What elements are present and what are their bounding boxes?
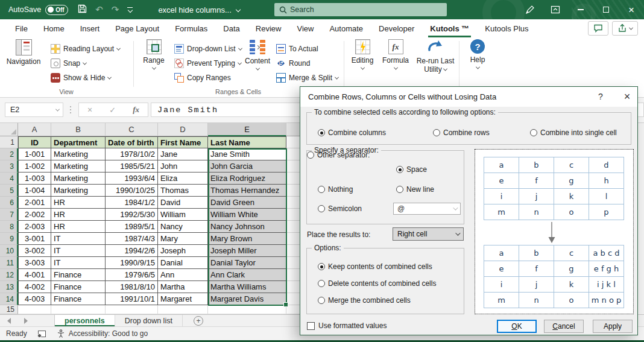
show-hide-button[interactable]: Show & Hide: [51, 71, 111, 84]
formula-button[interactable]: fx Formula: [380, 39, 411, 87]
cell-C2[interactable]: 1978/10/2: [106, 148, 158, 160]
cell-C1[interactable]: Date of birth: [106, 136, 158, 148]
cell-E2[interactable]: Jane Smith: [208, 148, 286, 160]
cell-D7[interactable]: William: [158, 209, 208, 221]
search-input[interactable]: Search: [274, 3, 447, 16]
save-icon[interactable]: [78, 4, 87, 16]
reading-layout-button[interactable]: Reading Layout: [51, 42, 120, 55]
cell-B9[interactable]: IT: [51, 233, 106, 245]
row-header-5[interactable]: 5: [0, 185, 18, 197]
cell-E1[interactable]: Last Name: [208, 136, 286, 148]
autosave-switch-icon[interactable]: Off: [45, 5, 68, 15]
column-header-B[interactable]: B: [51, 123, 106, 136]
combo-dropdown-icon[interactable]: [453, 205, 458, 210]
cell-B2[interactable]: Marketing: [51, 148, 106, 160]
share-button[interactable]: [612, 21, 638, 36]
cell-B13[interactable]: Finance: [51, 281, 106, 293]
cell-E5[interactable]: Thomas Hernandez: [208, 185, 286, 197]
cell-E14[interactable]: Margaret Davis: [208, 293, 286, 305]
name-box[interactable]: E2: [5, 103, 63, 117]
cell-A5[interactable]: 1-004: [18, 185, 51, 197]
cell-E8[interactable]: Nancy Johnson: [208, 221, 286, 233]
cell-B4[interactable]: Marketing: [51, 173, 106, 185]
round-button[interactable]: 5Round: [276, 57, 310, 70]
cell-D6[interactable]: David: [158, 197, 208, 209]
cell-D13[interactable]: Martha: [158, 281, 208, 293]
cell-B5[interactable]: Marketing: [51, 185, 106, 197]
cell-C14[interactable]: 1991/10/1: [106, 293, 158, 305]
radio-new-line[interactable]: New line: [396, 185, 434, 194]
tab-home[interactable]: Home: [36, 19, 72, 37]
place-results-dropdown[interactable]: Right cell: [393, 227, 464, 241]
row-header-4[interactable]: 4: [0, 173, 18, 185]
cell-C9[interactable]: 1987/4/3: [106, 233, 158, 245]
cell-A10[interactable]: 3-002: [18, 245, 51, 257]
title-dropdown-icon[interactable]: [236, 7, 241, 12]
cell-C13[interactable]: 1981/8/10: [106, 281, 158, 293]
editing-button[interactable]: Editing: [347, 39, 378, 87]
radio-semicolon[interactable]: Semicolon: [318, 204, 362, 213]
minimize-button[interactable]: [568, 0, 593, 19]
cell[interactable]: [158, 305, 208, 314]
cell-D9[interactable]: Mary: [158, 233, 208, 245]
cell-B14[interactable]: Finance: [51, 293, 106, 305]
radio-merge-the-combined-cells[interactable]: Merge the combined cells: [318, 296, 411, 305]
cell-C12[interactable]: 1979/6/5: [106, 269, 158, 281]
cell-B10[interactable]: IT: [51, 245, 106, 257]
cell-D12[interactable]: Ann: [158, 269, 208, 281]
ok-button[interactable]: OK: [497, 320, 537, 333]
cell-E7[interactable]: William White: [208, 209, 286, 221]
to-actual-button[interactable]: To Actual: [276, 42, 318, 55]
cell-A11[interactable]: 3-003: [18, 257, 51, 269]
help-button[interactable]: ? Help: [462, 39, 493, 87]
tab-formulas[interactable]: Formulas: [167, 19, 215, 37]
sheet-tab-personnels[interactable]: personnels: [54, 315, 115, 326]
cell-C7[interactable]: 1992/5/30: [106, 209, 158, 221]
tab-data[interactable]: Data: [215, 19, 247, 37]
radio-other-separator[interactable]: Other separator:: [307, 151, 370, 159]
range-button[interactable]: Range: [137, 39, 171, 87]
dialog-help-icon[interactable]: [595, 92, 606, 103]
radio-space[interactable]: Space: [396, 165, 427, 174]
cell-B11[interactable]: IT: [51, 257, 106, 269]
column-header-E[interactable]: E: [208, 123, 286, 136]
cell-D8[interactable]: Nancy: [158, 221, 208, 233]
sheet-nav-left-icon[interactable]: [7, 318, 11, 324]
rerun-last-utility-button[interactable]: Re-run Last Utility: [414, 39, 457, 87]
cell-A8[interactable]: 2-003: [18, 221, 51, 233]
dialog-title-bar[interactable]: Combine Rows, Columns or Cells without L…: [300, 87, 637, 107]
cell-B8[interactable]: HR: [51, 221, 106, 233]
cell-D10[interactable]: Joseph: [158, 245, 208, 257]
document-title[interactable]: excel hide columns...: [158, 5, 239, 14]
cell-E10[interactable]: Joseph Miller: [208, 245, 286, 257]
tab-kutools-plus[interactable]: Kutools Plus: [477, 19, 536, 37]
row-header-11[interactable]: 11: [0, 257, 18, 269]
cell-A3[interactable]: 1-002: [18, 160, 51, 173]
feedback-pen-icon[interactable]: [517, 0, 543, 19]
cell-C3[interactable]: 1985/5/21: [106, 160, 158, 173]
undo-icon[interactable]: [95, 4, 103, 15]
cell[interactable]: [208, 305, 286, 314]
customize-quick-access-icon[interactable]: [127, 7, 133, 12]
close-button[interactable]: [619, 0, 644, 19]
sheet-nav-right-icon[interactable]: [24, 318, 28, 324]
vertical-scrollbar[interactable]: [637, 123, 644, 314]
cell-B7[interactable]: HR: [51, 209, 106, 221]
select-all-corner[interactable]: [0, 123, 18, 136]
other-separator-combo[interactable]: @: [393, 203, 461, 215]
cell-C10[interactable]: 1994/2/6: [106, 245, 158, 257]
row-header-13[interactable]: 13: [0, 281, 18, 293]
row-header-2[interactable]: 2: [0, 148, 18, 160]
tab-page-layout[interactable]: Page Layout: [107, 19, 167, 37]
radio-keep-contents-of-combined-cells[interactable]: Keep contents of combined cells: [318, 262, 432, 271]
cell-A6[interactable]: 2-001: [18, 197, 51, 209]
dialog-close-icon[interactable]: [620, 90, 634, 103]
radio-nothing[interactable]: Nothing: [318, 185, 353, 194]
apply-button[interactable]: Apply: [593, 320, 633, 333]
checkbox-icon[interactable]: [307, 322, 315, 330]
prevent-typing-button[interactable]: Prevent Typing: [174, 57, 241, 70]
cell-C8[interactable]: 1989/5/1: [106, 221, 158, 233]
use-formatted-values-checkbox[interactable]: Use formatted values: [307, 321, 387, 330]
redo-icon[interactable]: [112, 4, 119, 15]
tab-review[interactable]: Review: [248, 19, 289, 37]
